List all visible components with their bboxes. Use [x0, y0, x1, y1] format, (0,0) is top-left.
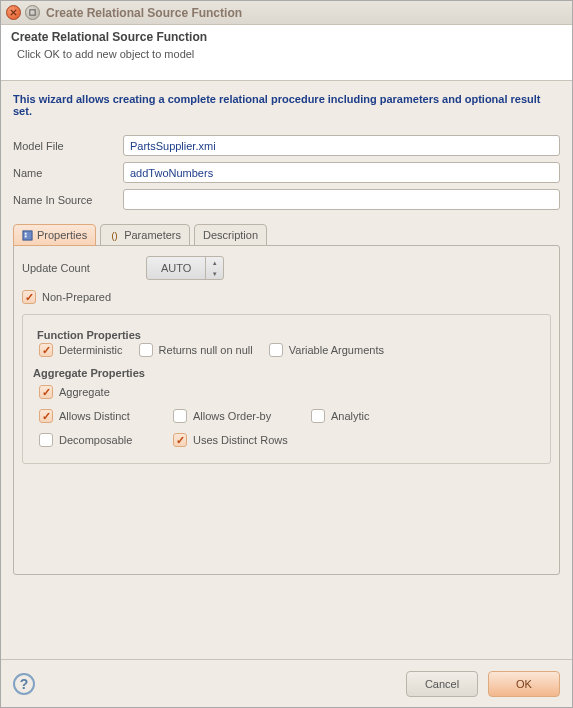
- banner-subtitle: Click OK to add new object to model: [17, 48, 562, 60]
- checkbox-icon: [269, 343, 283, 357]
- tab-pane-properties: Update Count AUTO ▲ ▼ Non-Prepared Funct…: [13, 245, 560, 575]
- svg-rect-5: [25, 235, 27, 237]
- svg-text:(): (): [112, 231, 118, 241]
- decomposable-label: Decomposable: [59, 434, 132, 446]
- analytic-label: Analytic: [331, 410, 370, 422]
- non-prepared-label: Non-Prepared: [42, 291, 111, 303]
- aggregate-properties-title: Aggregate Properties: [33, 367, 540, 379]
- aggregate-checkbox[interactable]: Aggregate: [39, 385, 110, 399]
- tab-description[interactable]: Description: [194, 224, 267, 246]
- checkbox-icon: [39, 409, 53, 423]
- close-icon[interactable]: [6, 5, 21, 20]
- checkbox-icon: [39, 343, 53, 357]
- window-title: Create Relational Source Function: [46, 6, 242, 20]
- svg-rect-2: [30, 10, 35, 15]
- content-area: This wizard allows creating a complete r…: [1, 81, 572, 587]
- checkbox-icon: [173, 433, 187, 447]
- name-input[interactable]: [123, 162, 560, 183]
- checkbox-icon: [22, 290, 36, 304]
- tab-description-label: Description: [203, 229, 258, 241]
- tab-bar: Properties () Parameters Description: [13, 224, 560, 246]
- minimize-icon[interactable]: [25, 5, 40, 20]
- returns-null-label: Returns null on null: [159, 344, 253, 356]
- uses-distinct-rows-label: Uses Distinct Rows: [193, 434, 288, 446]
- update-count-spinner[interactable]: AUTO ▲ ▼: [146, 256, 224, 280]
- variable-arguments-label: Variable Arguments: [289, 344, 384, 356]
- name-in-source-input[interactable]: [123, 189, 560, 210]
- analytic-checkbox[interactable]: Analytic: [311, 409, 370, 423]
- name-label: Name: [13, 167, 123, 179]
- parameters-icon: (): [109, 230, 120, 241]
- model-file-input[interactable]: [123, 135, 560, 156]
- checkbox-icon: [311, 409, 325, 423]
- tab-properties-label: Properties: [37, 229, 87, 241]
- update-count-value: AUTO: [147, 262, 205, 274]
- dialog-footer: ? Cancel OK: [1, 659, 572, 707]
- update-count-label: Update Count: [22, 262, 90, 274]
- svg-rect-4: [25, 232, 27, 234]
- returns-null-checkbox[interactable]: Returns null on null: [139, 343, 253, 357]
- update-count-row: Update Count AUTO ▲ ▼: [22, 256, 551, 280]
- cancel-button[interactable]: Cancel: [406, 671, 478, 697]
- checkbox-icon: [139, 343, 153, 357]
- svg-rect-3: [23, 230, 32, 239]
- tab-properties[interactable]: Properties: [13, 224, 96, 246]
- checkbox-icon: [39, 433, 53, 447]
- help-icon[interactable]: ?: [13, 673, 35, 695]
- allows-distinct-checkbox[interactable]: Allows Distinct: [39, 409, 157, 423]
- wizard-description: This wizard allows creating a complete r…: [13, 93, 560, 117]
- spinner-down-icon[interactable]: ▼: [206, 268, 223, 279]
- tab-parameters-label: Parameters: [124, 229, 181, 241]
- deterministic-checkbox[interactable]: Deterministic: [39, 343, 123, 357]
- banner-title: Create Relational Source Function: [11, 30, 562, 44]
- title-bar[interactable]: Create Relational Source Function: [1, 1, 572, 25]
- uses-distinct-rows-checkbox[interactable]: Uses Distinct Rows: [173, 433, 288, 447]
- function-properties-group: Function Properties Deterministic Return…: [22, 314, 551, 464]
- properties-icon: [22, 230, 33, 241]
- form-grid: Model File Name Name In Source: [13, 135, 560, 210]
- checkbox-icon: [39, 385, 53, 399]
- allows-order-by-checkbox[interactable]: Allows Order-by: [173, 409, 295, 423]
- model-file-label: Model File: [13, 140, 123, 152]
- spinner-up-icon[interactable]: ▲: [206, 257, 223, 268]
- tab-parameters[interactable]: () Parameters: [100, 224, 190, 246]
- deterministic-label: Deterministic: [59, 344, 123, 356]
- non-prepared-checkbox[interactable]: Non-Prepared: [22, 290, 111, 304]
- checkbox-icon: [173, 409, 187, 423]
- variable-arguments-checkbox[interactable]: Variable Arguments: [269, 343, 384, 357]
- allows-order-by-label: Allows Order-by: [193, 410, 271, 422]
- allows-distinct-label: Allows Distinct: [59, 410, 130, 422]
- banner: Create Relational Source Function Click …: [1, 25, 572, 81]
- decomposable-checkbox[interactable]: Decomposable: [39, 433, 157, 447]
- ok-button[interactable]: OK: [488, 671, 560, 697]
- window-controls: [6, 5, 40, 20]
- name-in-source-label: Name In Source: [13, 194, 123, 206]
- function-properties-legend: Function Properties: [33, 329, 145, 341]
- aggregate-label: Aggregate: [59, 386, 110, 398]
